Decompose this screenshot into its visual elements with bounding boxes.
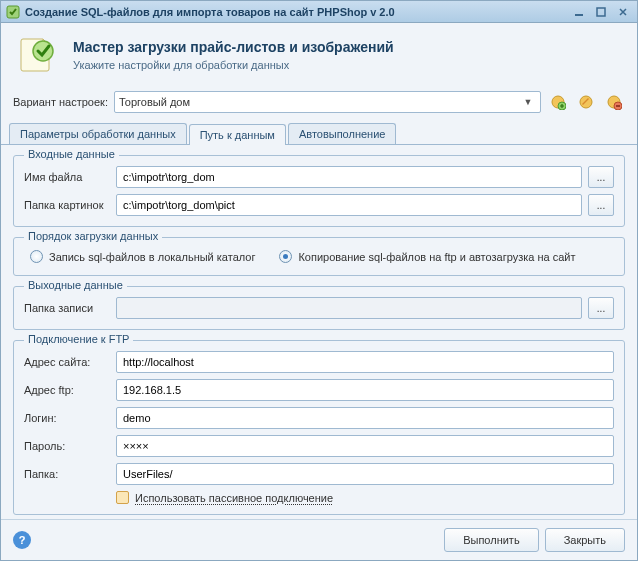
- load-order-legend: Порядок загрузки данных: [24, 230, 162, 242]
- password-label: Пароль:: [24, 440, 110, 452]
- window-title: Создание SQL-файлов для импорта товаров …: [25, 6, 567, 18]
- login-label: Логин:: [24, 412, 110, 424]
- ftp-legend: Подключение к FTP: [24, 333, 133, 345]
- tab-content: Входные данные Имя файла ... Папка карти…: [1, 145, 637, 519]
- load-order-group: Порядок загрузки данных Запись sql-файло…: [13, 237, 625, 276]
- passive-mode-checkbox[interactable]: [116, 491, 129, 504]
- tab-data-path[interactable]: Путь к данным: [189, 124, 286, 145]
- svg-point-3: [33, 41, 53, 61]
- settings-variant-label: Вариант настроек:: [13, 96, 108, 108]
- titlebar: Создание SQL-файлов для импорта товаров …: [1, 1, 637, 23]
- pic-folder-label: Папка картинок: [24, 199, 110, 211]
- radio-ftp-upload[interactable]: Копирование sql-файлов на ftp и автозагр…: [279, 250, 575, 263]
- login-input[interactable]: [116, 407, 614, 429]
- radio-icon: [30, 250, 43, 263]
- settings-variant-select[interactable]: Торговый дом ▼: [114, 91, 541, 113]
- output-folder-input: [116, 297, 582, 319]
- close-button[interactable]: [613, 4, 633, 20]
- app-window: Создание SQL-файлов для импорта товаров …: [0, 0, 638, 561]
- settings-variant-value: Торговый дом: [119, 96, 190, 108]
- wizard-header: Мастер загрузки прайс-листов и изображен…: [1, 23, 637, 87]
- site-address-label: Адрес сайта:: [24, 356, 110, 368]
- file-name-browse-button[interactable]: ...: [588, 166, 614, 188]
- output-folder-browse-button[interactable]: ...: [588, 297, 614, 319]
- chevron-down-icon: ▼: [520, 97, 536, 107]
- password-input[interactable]: [116, 435, 614, 457]
- wizard-subtitle: Укажите настройки для обработки данных: [73, 59, 625, 71]
- tab-autorun[interactable]: Автовыполнение: [288, 123, 397, 144]
- input-data-group: Входные данные Имя файла ... Папка карти…: [13, 155, 625, 227]
- pic-folder-browse-button[interactable]: ...: [588, 194, 614, 216]
- file-name-input[interactable]: [116, 166, 582, 188]
- help-icon[interactable]: ?: [13, 531, 31, 549]
- ftp-group: Подключение к FTP Адрес сайта: Адрес ftp…: [13, 340, 625, 515]
- settings-edit-button[interactable]: [575, 91, 597, 113]
- output-data-group: Выходные данные Папка записи ...: [13, 286, 625, 330]
- output-folder-label: Папка записи: [24, 302, 110, 314]
- radio-icon: [279, 250, 292, 263]
- footer: ? Выполнить Закрыть: [1, 519, 637, 560]
- ftp-folder-label: Папка:: [24, 468, 110, 480]
- file-name-label: Имя файла: [24, 171, 110, 183]
- radio-ftp-label: Копирование sql-файлов на ftp и автозагр…: [298, 251, 575, 263]
- radio-local-catalog[interactable]: Запись sql-файлов в локальный каталог: [30, 250, 255, 263]
- tab-processing-params[interactable]: Параметры обработки данных: [9, 123, 187, 144]
- output-data-legend: Выходные данные: [24, 279, 127, 291]
- ftp-folder-input[interactable]: [116, 463, 614, 485]
- tab-bar: Параметры обработки данных Путь к данным…: [1, 123, 637, 145]
- wizard-icon: [13, 31, 61, 79]
- settings-add-button[interactable]: [547, 91, 569, 113]
- svg-rect-2: [597, 8, 605, 16]
- maximize-button[interactable]: [591, 4, 611, 20]
- run-button[interactable]: Выполнить: [444, 528, 538, 552]
- site-address-input[interactable]: [116, 351, 614, 373]
- settings-delete-button[interactable]: [603, 91, 625, 113]
- radio-local-label: Запись sql-файлов в локальный каталог: [49, 251, 255, 263]
- ftp-address-input[interactable]: [116, 379, 614, 401]
- passive-mode-label[interactable]: Использовать пассивное подключение: [135, 492, 333, 504]
- svg-rect-1: [575, 14, 583, 16]
- pic-folder-input[interactable]: [116, 194, 582, 216]
- input-data-legend: Входные данные: [24, 148, 119, 160]
- minimize-button[interactable]: [569, 4, 589, 20]
- settings-row: Вариант настроек: Торговый дом ▼: [1, 87, 637, 121]
- close-dialog-button[interactable]: Закрыть: [545, 528, 625, 552]
- ftp-address-label: Адрес ftp:: [24, 384, 110, 396]
- wizard-title: Мастер загрузки прайс-листов и изображен…: [73, 39, 625, 55]
- app-icon: [5, 4, 21, 20]
